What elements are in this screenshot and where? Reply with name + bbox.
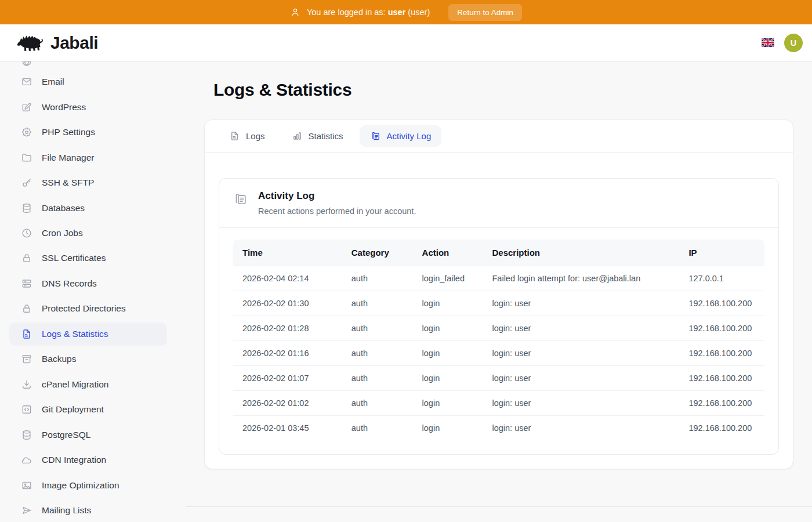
sidebar-item-label: cPanel Migration [42, 379, 108, 390]
server-icon [21, 278, 32, 289]
send-icon [21, 505, 32, 516]
sidebar-item-ssl-certificates[interactable]: SSL Certificates [9, 247, 167, 270]
folder-icon [21, 152, 32, 164]
cell-category: auth [342, 266, 413, 291]
sidebar-item-label: Backups [42, 354, 76, 364]
app-header: Jabali U [0, 24, 812, 61]
tab-logs[interactable]: Logs [219, 125, 276, 147]
cell-time: 2026-02-02 01:02 [233, 391, 342, 416]
cell-ip: 192.168.100.200 [679, 291, 764, 316]
archive-icon [21, 353, 32, 365]
sidebar-item-email[interactable]: Email [9, 70, 167, 93]
cell-action: login [413, 416, 483, 441]
table-row: 2026-02-02 01:30 auth login login: user … [233, 291, 764, 316]
sidebar-item-dns-records[interactable]: DNS Records [9, 272, 167, 295]
table-row: 2026-02-04 02:14 auth login_failed Faile… [233, 266, 764, 291]
sidebar-item-image-optimization[interactable]: Image Optimization [9, 474, 167, 496]
gear-icon [21, 126, 32, 138]
sidebar-item-logs-statistics[interactable]: Logs & Statistics [9, 322, 167, 345]
tab-label: Statistics [309, 131, 343, 141]
cell-category: auth [342, 416, 413, 441]
tab-label: Logs [246, 131, 265, 141]
cell-category: auth [342, 291, 413, 316]
database-icon [21, 202, 32, 214]
sidebar-item-php-settings[interactable]: PHP Settings [9, 121, 167, 143]
cell-time: 2026-02-02 01:16 [233, 341, 342, 366]
sidebar-item-label: WordPress [42, 102, 86, 113]
logs-card: Logs Statistics Activity Log [204, 119, 793, 469]
cell-ip: 192.168.100.200 [679, 341, 764, 366]
admin-session-bar: You are logged in as: user (user) Return… [0, 0, 812, 24]
sidebar-item-label: File Manager [42, 153, 94, 163]
globe-icon [21, 61, 32, 67]
cell-time: 2026-02-01 03:45 [233, 416, 342, 441]
person-icon [290, 7, 300, 17]
sidebar-item-label: PostgreSQL [42, 430, 90, 440]
logged-in-username: user [388, 8, 406, 17]
cell-description: login: user [483, 416, 679, 441]
cell-description: login: user [483, 391, 679, 416]
cell-action: login [413, 366, 483, 391]
lock-icon [21, 303, 32, 314]
cell-action: login_failed [413, 266, 483, 291]
cell-time: 2026-02-02 01:07 [233, 366, 342, 391]
col-header-action: Action [413, 240, 483, 266]
brand-name: Jabali [50, 33, 98, 53]
cell-time: 2026-02-04 02:14 [233, 266, 342, 291]
tab-activity-log[interactable]: Activity Log [360, 125, 442, 147]
sidebar: Email WordPress PHP Settings File Manage… [0, 61, 186, 522]
sidebar-item-cpanel-migration[interactable]: cPanel Migration [9, 373, 167, 396]
sidebar-item-label: Cron Jobs [42, 228, 83, 238]
sidebar-item-databases[interactable]: Databases [9, 197, 167, 219]
cell-description: login: user [483, 291, 679, 316]
sidebar-item-label: Mailing Lists [42, 505, 91, 516]
cell-category: auth [342, 341, 413, 366]
panel-title: Activity Log [258, 190, 416, 202]
uk-flag-icon[interactable] [762, 38, 774, 47]
sidebar-item-cdn-integration[interactable]: CDN Integration [9, 449, 167, 472]
sidebar-item-git-deployment[interactable]: Git Deployment [9, 398, 167, 421]
sidebar-item-file-manager[interactable]: File Manager [9, 146, 167, 169]
cell-ip: 192.168.100.200 [679, 391, 764, 416]
tab-statistics[interactable]: Statistics [281, 125, 354, 147]
table-row: 2026-02-02 01:07 auth login login: user … [233, 366, 764, 391]
tab-bar: Logs Statistics Activity Log [205, 120, 793, 153]
col-header-time: Time [233, 240, 342, 266]
sidebar-item-cron-jobs[interactable]: Cron Jobs [9, 222, 167, 244]
key-icon [21, 177, 32, 188]
footer-divider [186, 506, 812, 507]
sidebar-item-mailing-lists[interactable]: Mailing Lists [9, 499, 167, 521]
sidebar-item-label: DNS Records [42, 278, 97, 289]
cell-category: auth [342, 316, 413, 341]
cell-description: login: user [483, 366, 679, 391]
lock-icon [21, 252, 32, 264]
sidebar-item-postgresql[interactable]: PostgreSQL [9, 423, 167, 446]
document-icon [229, 130, 240, 142]
sidebar-item-clipped[interactable] [9, 61, 167, 68]
brand-logo[interactable]: Jabali [16, 32, 98, 54]
cell-description: login: user [483, 316, 679, 341]
table-row: 2026-02-02 01:02 auth login login: user … [233, 391, 764, 416]
cell-ip: 127.0.0.1 [679, 266, 764, 291]
cell-description: Failed login attempt for: user@jabali.la… [483, 266, 679, 291]
activity-log-card: Activity Log Recent actions performed in… [219, 178, 779, 455]
logged-in-text: You are logged in as: user (user) [307, 8, 430, 17]
sidebar-item-ssh-sftp[interactable]: SSH & SFTP [9, 171, 167, 194]
sidebar-item-wordpress[interactable]: WordPress [9, 96, 167, 118]
user-avatar[interactable]: U [784, 34, 803, 52]
return-to-admin-button[interactable]: Return to Admin [448, 4, 522, 21]
cell-time: 2026-02-02 01:30 [233, 291, 342, 316]
cell-ip: 192.168.100.200 [679, 366, 764, 391]
col-header-description: Description [483, 240, 679, 266]
cell-category: auth [342, 391, 413, 416]
sidebar-item-label: SSL Certificates [42, 253, 106, 263]
activity-table: Time Category Action Description IP [233, 240, 764, 440]
cell-action: login [413, 291, 483, 316]
sidebar-item-protected-directories[interactable]: Protected Directories [9, 298, 167, 320]
sidebar-item-label: PHP Settings [42, 127, 95, 137]
cell-description: login: user [483, 341, 679, 366]
sidebar-item-backups[interactable]: Backups [9, 348, 167, 371]
sidebar-item-label: Git Deployment [42, 404, 104, 415]
cell-action: login [413, 316, 483, 341]
table-row: 2026-02-01 03:45 auth login login: user … [233, 416, 764, 441]
